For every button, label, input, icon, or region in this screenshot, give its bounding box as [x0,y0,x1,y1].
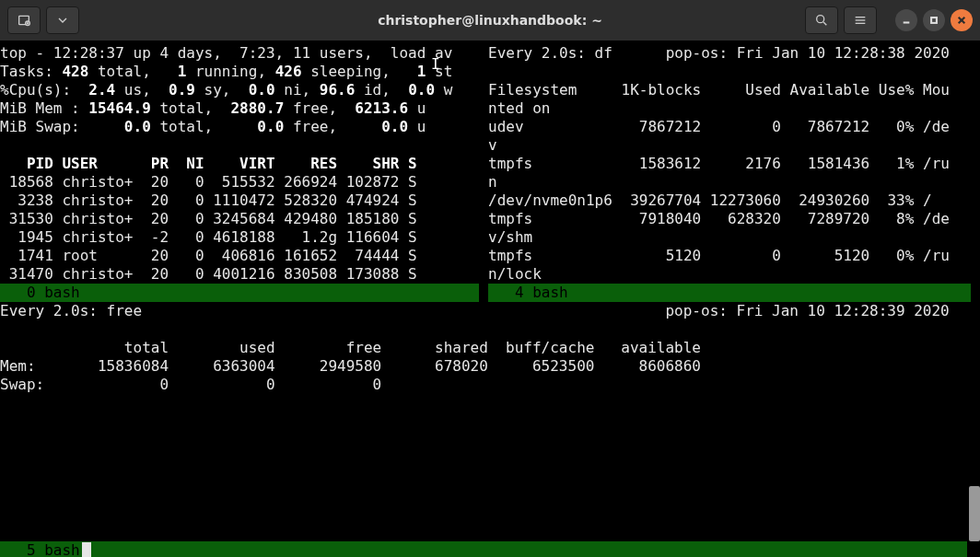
pane-df-statusbar: 4 bash [488,284,971,302]
free-stamp: pop-os: Fri Jan 10 12:28:39 2020 [665,302,949,319]
top-row: 31470 christo+ 20 0 4001216 830508 17308… [0,265,417,283]
df-header: Filesystem 1K-blocks Used Available Use%… [488,81,950,117]
pane-free[interactable]: Every 2.0s: free pop-os: Fri Jan 10 12:2… [0,302,967,394]
pane-top-statusbar: 0 bash [0,284,479,302]
top-summary-line: top - 12:28:37 up 4 days, 7:23, 11 users… [0,44,452,62]
svg-line-5 [823,22,826,25]
df-row: tmpfs 5120 0 5120 0% /ru n/lock [488,247,950,283]
pane-free-statusbar: 5 bash [0,541,967,557]
profile-menu-button[interactable] [46,6,79,34]
search-button[interactable] [805,6,838,34]
minimize-button[interactable] [895,9,917,31]
free-mem-row: Mem: 15836084 6363004 2949580 678020 652… [0,357,701,375]
df-row: tmpfs 7918040 628320 7289720 8% /de v/sh… [488,210,950,246]
close-button[interactable] [951,9,973,31]
new-tab-button[interactable] [7,6,41,34]
df-cmd: Every 2.0s: df [488,44,612,62]
free-swap-row: Swap: 0 0 0 [0,376,381,393]
pane-divider-vertical[interactable] [480,41,487,302]
top-row: 1945 christo+ -2 0 4618188 1.2g 116604 S [0,228,417,246]
df-row: udev 7867212 0 7867212 0% /de v [488,118,950,154]
maximize-button[interactable] [923,9,945,31]
window-titlebar: christopher@linuxhandbook: ~ [0,0,980,41]
pane-top[interactable]: top - 12:28:37 up 4 days, 7:23, 11 users… [0,44,479,284]
top-row: 1741 root 20 0 406816 161652 74444 S [0,247,417,264]
scrollbar[interactable] [969,486,980,541]
svg-point-4 [817,16,824,23]
cursor-icon [82,542,91,557]
top-row: 18568 christo+ 20 0 515532 266924 102872… [0,173,417,191]
df-row: tmpfs 1583612 2176 1581436 1% /ru n [488,155,950,191]
df-stamp: pop-os: Fri Jan 10 12:28:38 2020 [666,44,950,62]
terminal-body: top - 12:28:37 up 4 days, 7:23, 11 users… [0,41,980,557]
top-header: PID USER PR NI VIRT RES SHR S [0,155,417,172]
free-cmd: Every 2.0s: free [0,302,142,319]
free-header: total used free shared buff/cache availa… [0,339,701,356]
top-row: 3238 christo+ 20 0 1110472 528320 474924… [0,191,417,209]
hamburger-menu-button[interactable] [844,6,877,34]
top-row: 31530 christo+ 20 0 3245684 429480 18518… [0,210,417,227]
df-row: /dev/nvme0n1p6 39267704 12273060 2493026… [488,191,932,209]
pane-df[interactable]: Every 2.0s: df pop-os: Fri Jan 10 12:28:… [488,44,971,284]
svg-rect-10 [931,17,937,23]
text-cursor-icon: I [431,55,440,74]
